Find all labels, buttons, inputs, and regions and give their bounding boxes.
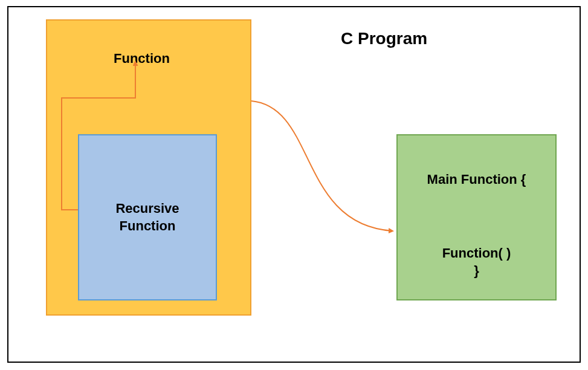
function-label: Function [114, 51, 170, 67]
closing-brace: } [474, 263, 479, 278]
call-arrow-icon [251, 101, 393, 231]
function-call-line: Function( ) [442, 245, 511, 261]
recursive-function-label: Recursive Function [115, 200, 179, 235]
diagram-frame: C Program Function Recursive Function Ma… [7, 6, 581, 363]
recursive-label-line1: Recursive [115, 201, 179, 216]
main-function-box: Main Function { Function( ) } [396, 134, 557, 300]
main-function-declaration: Main Function { [404, 172, 549, 187]
recursive-function-box: Recursive Function [78, 134, 217, 300]
diagram-title: C Program [341, 29, 427, 48]
main-function-body: Function( ) } [404, 245, 549, 279]
recursive-label-line2: Function [120, 218, 176, 233]
